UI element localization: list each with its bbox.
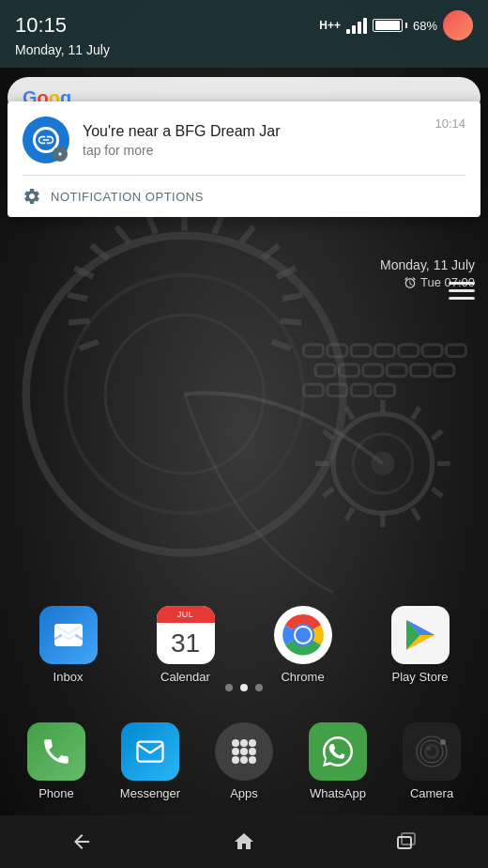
camera-icon [403,722,461,781]
playstore-icon [391,606,450,664]
nav-back-button[interactable] [53,823,110,860]
inbox-icon [39,606,98,664]
svg-rect-33 [351,384,371,396]
svg-rect-25 [315,364,335,377]
svg-rect-55 [138,742,163,762]
svg-point-61 [232,748,239,755]
page-indicator [0,684,488,691]
app-apps[interactable]: Apps [203,722,285,800]
svg-point-65 [240,756,248,764]
app-whatsapp-label: WhatsApp [310,786,366,800]
messenger-icon [121,722,179,781]
app-calendar[interactable]: JUL 31 Calendar [145,606,227,684]
home-alarm: Tue 07:00 [380,275,475,289]
nav-home-button[interactable] [216,823,272,860]
avatar [443,10,473,40]
app-calendar-label: Calendar [160,670,210,684]
app-inbox-label: Inbox [53,670,84,684]
svg-line-40 [433,431,443,439]
app-phone[interactable]: Phone [15,722,98,800]
status-icons: H++ 68% [319,10,473,40]
svg-rect-74 [398,837,411,848]
notification-badge [53,147,68,162]
svg-line-45 [346,508,353,520]
svg-rect-30 [435,364,454,377]
app-dock: Phone Messenger [0,713,488,810]
svg-line-46 [323,488,333,496]
svg-line-56 [138,745,151,753]
apps-row: Inbox JUL 31 Calendar [0,606,488,684]
app-whatsapp[interactable]: WhatsApp [297,722,379,800]
gear-icon [23,187,41,206]
svg-line-8 [282,295,302,299]
page-dot-1 [225,684,233,691]
svg-line-39 [413,407,419,419]
page-dot-3 [255,684,263,691]
svg-point-64 [232,756,239,764]
notification-options-button[interactable]: NOTIFICATION OPTIONS [8,176,480,217]
svg-rect-23 [422,345,442,357]
svg-line-17 [80,342,99,349]
svg-line-5 [241,226,254,242]
status-bar: 10:15 H++ 68% Monday, 11 July [0,0,488,68]
svg-point-60 [249,739,256,747]
svg-rect-20 [351,345,371,357]
notification-time: 10:14 [435,116,465,131]
svg-point-58 [232,739,239,747]
battery-percent: 68% [413,19,437,33]
status-time: 10:15 [15,13,67,38]
svg-rect-75 [402,833,415,845]
app-chrome-label: Chrome [281,670,324,684]
app-messenger-label: Messenger [120,786,180,800]
svg-point-72 [427,747,431,751]
status-date: Monday, 11 July [15,42,473,57]
whatsapp-icon [309,722,367,781]
notification-subtitle: tap for more [83,143,421,158]
svg-line-49 [346,407,353,419]
app-playstore[interactable]: Play Store [379,606,462,684]
svg-rect-34 [374,384,394,396]
notification-title: You're near a BFG Dream Jar [83,122,421,142]
app-camera[interactable]: Camera [390,722,473,800]
notification-app-icon [23,116,69,163]
calendar-icon: JUL 31 [157,606,215,664]
page-dot-2 [240,684,248,691]
app-messenger[interactable]: Messenger [109,722,191,800]
svg-rect-18 [303,345,323,357]
svg-line-48 [323,431,333,439]
home-date: Monday, 11 July [380,257,475,272]
svg-point-63 [249,748,256,755]
svg-line-9 [281,320,301,322]
phone-icon [27,722,85,781]
svg-line-16 [69,320,89,322]
svg-point-50 [58,152,61,155]
svg-line-11 [148,214,156,233]
app-chrome[interactable]: Chrome [262,606,344,684]
app-phone-label: Phone [38,786,74,800]
app-inbox[interactable]: Inbox [27,606,110,684]
svg-rect-24 [446,345,465,357]
svg-point-73 [440,739,446,745]
svg-point-62 [240,748,248,755]
svg-point-59 [240,739,248,747]
svg-line-15 [68,295,87,299]
notification-card[interactable]: You're near a BFG Dream Jar tap for more… [8,101,480,217]
svg-line-12 [116,226,130,242]
app-playstore-label: Play Store [392,670,449,684]
svg-point-66 [249,756,256,764]
hplus-icon: H++ [319,19,341,32]
svg-rect-28 [387,364,406,377]
nav-bar [0,815,488,868]
notification-content: You're near a BFG Dream Jar tap for more [83,122,421,159]
apps-launcher-icon [215,722,273,781]
nav-recents-button[interactable] [378,823,435,860]
alarm-icon [404,276,417,289]
notification-main[interactable]: You're near a BFG Dream Jar tap for more… [8,101,480,175]
svg-line-4 [214,214,221,233]
svg-line-57 [150,745,163,753]
app-camera-label: Camera [410,786,453,800]
chrome-icon [274,606,332,664]
app-apps-label: Apps [230,786,258,800]
svg-line-10 [272,342,291,349]
svg-rect-27 [363,364,383,377]
